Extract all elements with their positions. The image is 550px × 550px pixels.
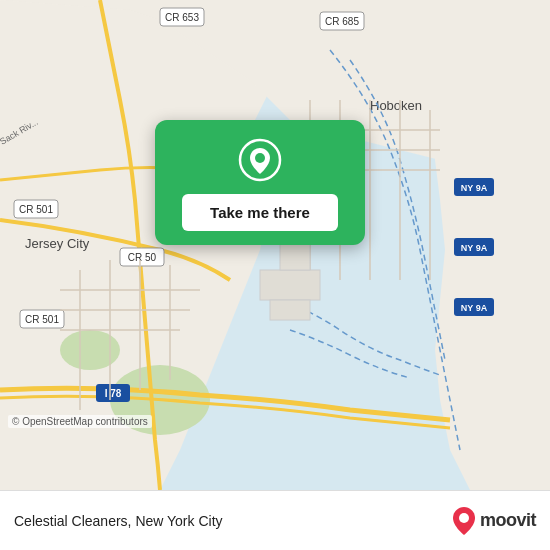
svg-text:CR 50: CR 50 xyxy=(128,252,157,263)
svg-point-47 xyxy=(255,153,265,163)
svg-text:CR 685: CR 685 xyxy=(325,16,359,27)
moovit-logo: moovit xyxy=(452,507,536,535)
navigation-card: Take me there xyxy=(155,120,365,245)
svg-text:Jersey City: Jersey City xyxy=(25,236,90,251)
svg-text:NY 9A: NY 9A xyxy=(461,303,488,313)
map-container: CR 653 CR 685 CR 501 CR 50 CR 501 I 78 N… xyxy=(0,0,550,490)
svg-rect-43 xyxy=(260,270,320,300)
take-me-there-button[interactable]: Take me there xyxy=(182,194,338,231)
moovit-pin-icon xyxy=(452,507,476,535)
svg-rect-44 xyxy=(270,300,310,320)
svg-text:I 78: I 78 xyxy=(105,388,122,399)
svg-point-6 xyxy=(60,330,120,370)
svg-text:NY 9A: NY 9A xyxy=(461,243,488,253)
location-name: Celestial Cleaners, New York City xyxy=(14,513,223,529)
svg-text:CR 501: CR 501 xyxy=(25,314,59,325)
svg-text:CR 653: CR 653 xyxy=(165,12,199,23)
bottom-bar: Celestial Cleaners, New York City moovit xyxy=(0,490,550,550)
svg-point-48 xyxy=(459,513,469,523)
map-copyright: © OpenStreetMap contributors xyxy=(8,415,152,428)
svg-text:CR 501: CR 501 xyxy=(19,204,53,215)
location-pin-icon xyxy=(238,138,282,182)
moovit-label: moovit xyxy=(480,510,536,531)
svg-text:NY 9A: NY 9A xyxy=(461,183,488,193)
